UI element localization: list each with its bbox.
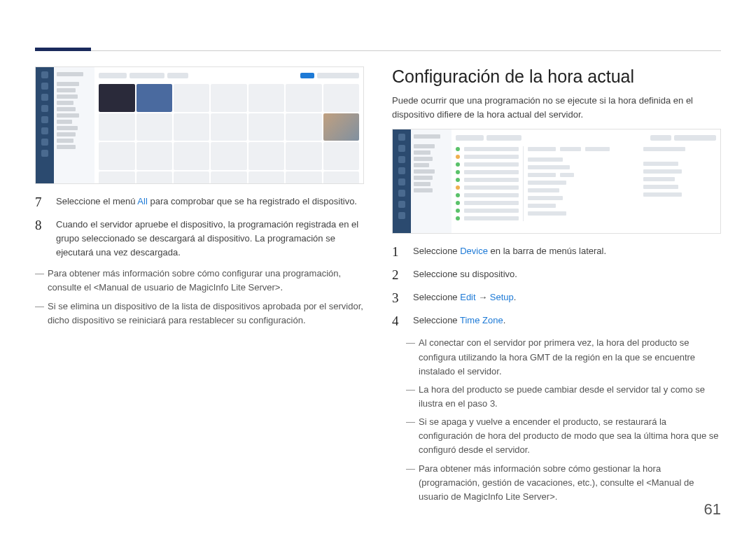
step-number: 3 bbox=[392, 290, 409, 307]
right-dash-list: ―Al conectar con el servidor por primera… bbox=[392, 336, 721, 504]
header-accent-bar bbox=[35, 48, 91, 51]
dash-text: Para obtener más información sobre cómo … bbox=[419, 462, 721, 504]
left-step-list: 7Seleccione el menú All para comprobar q… bbox=[35, 195, 364, 260]
dash-text: Al conectar con el servidor por primera … bbox=[419, 336, 721, 378]
dash-text: Si se apaga y vuelve a encender el produ… bbox=[419, 415, 721, 457]
dash-marker: ― bbox=[406, 415, 419, 457]
right-step-list: 1Seleccione Device en la barra de menús … bbox=[392, 244, 721, 329]
dash-text: La hora del producto se puede cambiar de… bbox=[419, 383, 721, 411]
dash-item: ―Si se apaga y vuelve a encender el prod… bbox=[392, 415, 721, 457]
step-text: Seleccione Edit → Setup. bbox=[413, 290, 721, 304]
dash-item: ―La hora del producto se puede cambiar d… bbox=[392, 383, 721, 411]
dash-item: ―Si se elimina un dispositivo de la list… bbox=[35, 300, 364, 328]
step-item: 2Seleccione su dispositivo. bbox=[392, 267, 721, 283]
header-rule bbox=[35, 50, 721, 51]
dash-marker: ― bbox=[406, 462, 419, 504]
page-content: 7Seleccione el menú All para comprobar q… bbox=[35, 66, 721, 508]
step-number: 4 bbox=[392, 314, 409, 330]
dash-marker: ― bbox=[406, 336, 419, 378]
step-item: 8Cuando el servidor apruebe el dispositi… bbox=[35, 218, 364, 260]
step-text: Seleccione Time Zone. bbox=[413, 314, 721, 328]
screenshot-device-grid bbox=[35, 66, 364, 184]
page-number: 61 bbox=[704, 500, 721, 519]
step-text: Seleccione su dispositivo. bbox=[413, 267, 721, 281]
step-item: 1Seleccione Device en la barra de menús … bbox=[392, 244, 721, 260]
step-number: 8 bbox=[35, 218, 52, 234]
step-item: 4Seleccione Time Zone. bbox=[392, 314, 721, 330]
step-item: 3Seleccione Edit → Setup. bbox=[392, 290, 721, 307]
dash-item: ―Al conectar con el servidor por primera… bbox=[392, 336, 721, 378]
step-text: Cuando el servidor apruebe el dispositiv… bbox=[56, 218, 364, 260]
step-item: 7Seleccione el menú All para comprobar q… bbox=[35, 195, 364, 211]
left-column: 7Seleccione el menú All para comprobar q… bbox=[35, 66, 364, 508]
intro-paragraph: Puede ocurrir que una programación no se… bbox=[392, 94, 721, 122]
step-number: 1 bbox=[392, 244, 409, 260]
dash-marker: ― bbox=[406, 383, 419, 411]
dash-item: ―Para obtener más información sobre cómo… bbox=[35, 267, 364, 295]
step-number: 2 bbox=[392, 267, 409, 283]
step-text: Seleccione el menú All para comprobar qu… bbox=[56, 195, 364, 209]
step-text: Seleccione Device en la barra de menús l… bbox=[413, 244, 721, 258]
dash-item: ―Para obtener más información sobre cómo… bbox=[392, 462, 721, 504]
left-dash-list: ―Para obtener más información sobre cómo… bbox=[35, 267, 364, 328]
dash-text: Para obtener más información sobre cómo … bbox=[48, 267, 364, 295]
dash-marker: ― bbox=[35, 267, 48, 295]
right-column: Configuración de la hora actual Puede oc… bbox=[392, 66, 721, 508]
screenshot-device-setup bbox=[392, 129, 721, 234]
dash-marker: ― bbox=[35, 300, 48, 328]
section-title: Configuración de la hora actual bbox=[392, 66, 721, 87]
dash-text: Si se elimina un dispositivo de la lista… bbox=[48, 300, 364, 328]
step-number: 7 bbox=[35, 195, 52, 211]
